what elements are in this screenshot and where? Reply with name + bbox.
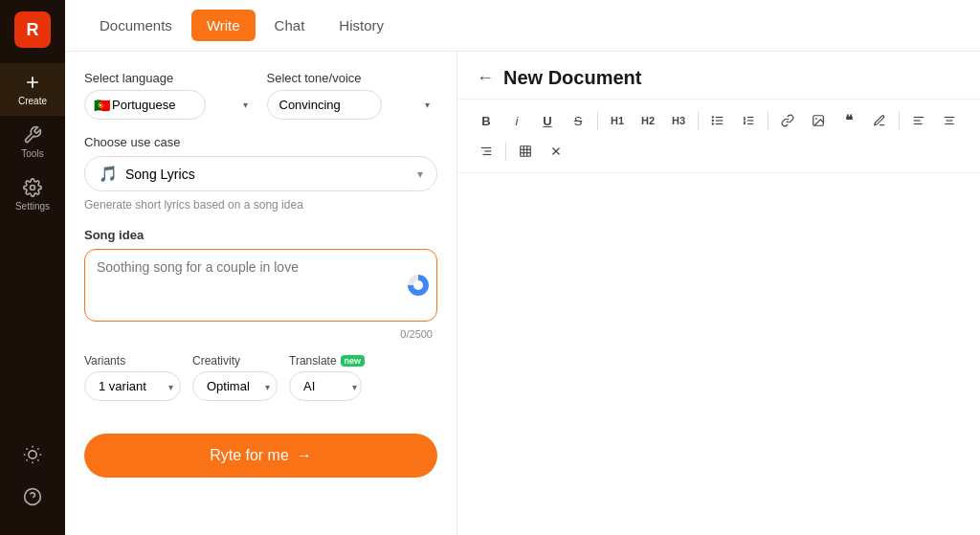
song-idea-label: Song idea xyxy=(84,228,144,242)
language-select-wrapper[interactable]: 🇵🇹 Portuguese English Spanish French ▾ xyxy=(84,90,256,120)
svg-rect-32 xyxy=(521,146,531,157)
sidebar-item-tools[interactable]: Tools xyxy=(0,116,65,168)
sidebar-item-create[interactable]: Create xyxy=(0,63,65,116)
left-panel: Select language 🇵🇹 Portuguese English Sp… xyxy=(65,52,457,535)
svg-point-15 xyxy=(712,117,713,118)
toolbar-align-left-btn[interactable] xyxy=(905,107,932,134)
svg-line-5 xyxy=(37,459,38,460)
toolbar-separator-2 xyxy=(698,111,699,130)
toolbar-h3-btn[interactable]: H3 xyxy=(665,107,692,134)
sidebar-tools-label: Tools xyxy=(21,148,43,159)
toolbar-separator-3 xyxy=(768,111,768,130)
progress-circle xyxy=(408,275,429,296)
right-panel: ← New Document B i U S H1 H2 H3 xyxy=(457,52,980,535)
tone-select-wrapper[interactable]: Convincing Formal Casual Friendly ▾ xyxy=(267,90,438,120)
tone-group: Select tone/voice Convincing Formal Casu… xyxy=(267,71,438,120)
toolbar-clear-btn[interactable] xyxy=(543,138,569,165)
language-chevron-icon: ▾ xyxy=(243,100,248,110)
toolbar-pen-btn[interactable] xyxy=(866,107,893,134)
svg-point-1 xyxy=(29,451,36,458)
toolbar-image-btn[interactable] xyxy=(805,107,832,134)
toolbar-align-right-btn[interactable] xyxy=(473,138,500,165)
tab-write[interactable]: Write xyxy=(191,10,256,41)
top-navigation: Documents Write Chat History xyxy=(65,0,980,52)
toolbar-quote-btn[interactable]: ❝ xyxy=(835,107,862,134)
language-tone-row: Select language 🇵🇹 Portuguese English Sp… xyxy=(84,71,437,120)
variants-select-wrapper[interactable]: 1 variant 2 variants 3 variants ▾ xyxy=(84,371,181,401)
main-content: Documents Write Chat History Select lang… xyxy=(65,0,980,535)
variants-group: Variants 1 variant 2 variants 3 variants… xyxy=(84,354,181,401)
editor-toolbar: B i U S H1 H2 H3 xyxy=(457,100,980,173)
translate-group: Translate new AI None ▾ xyxy=(289,354,365,401)
translate-select[interactable]: AI None xyxy=(289,371,362,401)
use-case-dropdown[interactable]: 🎵 Song Lyrics ▾ xyxy=(84,156,437,191)
char-count: 0/2500 xyxy=(400,328,433,340)
svg-point-17 xyxy=(712,123,713,124)
document-header: ← New Document xyxy=(457,52,980,100)
creativity-select[interactable]: Optimal High Low xyxy=(192,371,278,401)
sidebar-item-settings[interactable]: Settings xyxy=(0,168,65,221)
use-case-label: Choose use case xyxy=(84,135,180,149)
translate-badge: new xyxy=(341,355,366,367)
toolbar-align-center-btn[interactable] xyxy=(936,107,963,134)
sidebar-brightness-btn[interactable] xyxy=(23,435,42,474)
toolbar-link-btn[interactable] xyxy=(774,107,801,134)
toolbar-table-btn[interactable] xyxy=(512,138,539,165)
app-logo[interactable]: R xyxy=(14,11,51,48)
translate-label-text: Translate xyxy=(289,354,337,368)
toolbar-italic-btn[interactable]: i xyxy=(503,107,530,134)
ryte-btn-arrow: → xyxy=(297,447,312,464)
toolbar-h2-btn[interactable]: H2 xyxy=(635,107,661,134)
tab-documents[interactable]: Documents xyxy=(84,10,188,41)
translate-select-wrapper[interactable]: AI None ▾ xyxy=(289,371,365,401)
song-idea-group: Song idea 0/2500 xyxy=(84,226,437,322)
use-case-left: 🎵 Song Lyrics xyxy=(99,165,195,183)
toolbar-h1-btn[interactable]: H1 xyxy=(604,107,631,134)
sidebar-create-label: Create xyxy=(18,96,47,106)
toolbar-separator-5 xyxy=(505,142,506,161)
ryte-btn-label: Ryte for me xyxy=(210,447,289,464)
options-row: Variants 1 variant 2 variants 3 variants… xyxy=(84,354,437,401)
toolbar-separator-4 xyxy=(899,111,900,130)
language-label: Select language xyxy=(84,71,256,85)
tone-chevron-icon: ▾ xyxy=(425,100,430,110)
song-idea-input-wrapper: 0/2500 xyxy=(84,249,437,322)
svg-point-22 xyxy=(815,118,817,120)
editor-content-area[interactable] xyxy=(457,173,980,535)
creativity-select-wrapper[interactable]: Optimal High Low ▾ xyxy=(192,371,278,401)
variants-label: Variants xyxy=(84,354,181,368)
language-group: Select language 🇵🇹 Portuguese English Sp… xyxy=(84,71,256,120)
creativity-group: Creativity Optimal High Low ▾ xyxy=(192,354,278,401)
song-idea-textarea[interactable] xyxy=(97,259,402,307)
toolbar-ul-btn[interactable] xyxy=(704,107,731,134)
toolbar-bold-btn[interactable]: B xyxy=(473,107,500,134)
document-title: New Document xyxy=(503,67,641,89)
use-case-group: Choose use case 🎵 Song Lyrics ▾ Generate… xyxy=(84,133,437,212)
svg-point-0 xyxy=(31,186,35,190)
use-case-chevron-icon: ▾ xyxy=(417,167,423,181)
variants-select[interactable]: 1 variant 2 variants 3 variants xyxy=(84,371,181,401)
toolbar-ol-btn[interactable] xyxy=(735,107,762,134)
use-case-icon: 🎵 xyxy=(99,165,118,183)
tab-chat[interactable]: Chat xyxy=(259,10,321,41)
language-select[interactable]: Portuguese English Spanish French xyxy=(84,90,206,120)
creativity-label: Creativity xyxy=(192,354,278,368)
sidebar-settings-label: Settings xyxy=(15,201,50,212)
tab-history[interactable]: History xyxy=(323,10,399,41)
back-arrow-icon[interactable]: ← xyxy=(477,68,494,88)
toolbar-strikethrough-btn[interactable]: S xyxy=(565,107,591,134)
svg-line-4 xyxy=(27,449,28,450)
svg-point-16 xyxy=(712,120,713,121)
use-case-value: Song Lyrics xyxy=(125,167,195,182)
content-area: Select language 🇵🇹 Portuguese English Sp… xyxy=(65,52,980,535)
use-case-hint: Generate short lyrics based on a song id… xyxy=(84,198,303,212)
ryte-for-me-button[interactable]: Ryte for me → xyxy=(84,434,437,478)
tone-label: Select tone/voice xyxy=(267,71,438,85)
translate-label: Translate new xyxy=(289,354,365,368)
tone-select[interactable]: Convincing Formal Casual Friendly xyxy=(267,90,382,120)
sidebar-help-btn[interactable] xyxy=(23,478,42,516)
toolbar-underline-btn[interactable]: U xyxy=(534,107,561,134)
svg-line-9 xyxy=(37,449,38,450)
sidebar: R Create Tools Settings xyxy=(0,0,65,535)
svg-line-8 xyxy=(27,459,28,460)
